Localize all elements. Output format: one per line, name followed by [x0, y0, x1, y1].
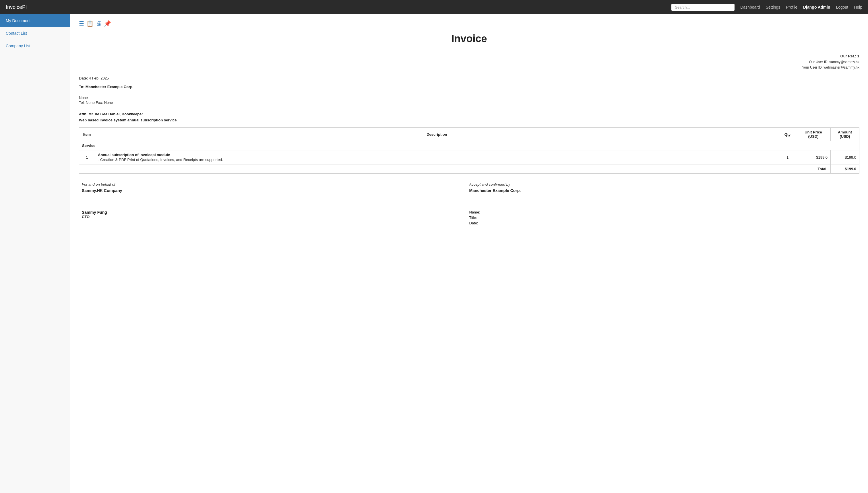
sig-behalf-right: Accept and confirmed by — [469, 182, 857, 187]
sidebar-item-company-list[interactable]: Company List — [0, 40, 70, 52]
stamp-icon[interactable]: 📌 — [104, 20, 111, 27]
sig-field-date: Date: — [469, 221, 857, 225]
item-desc-main: Annual subscription of Invoicepi module — [98, 153, 776, 157]
print-icon[interactable]: 🖨 — [96, 20, 102, 27]
file-icon[interactable]: 📋 — [86, 20, 93, 27]
table-section-row: Service — [79, 141, 860, 150]
col-amount: Amount(USD) — [831, 128, 860, 141]
invoice-address: None — [79, 95, 860, 100]
sig-field-title: Title: — [469, 215, 857, 220]
invoice-meta: Date: 4 Feb. 2025 To: Manchester Example… — [79, 76, 860, 122]
nav-help[interactable]: Help — [854, 5, 862, 9]
nav-django-admin[interactable]: Django Admin — [803, 5, 830, 9]
item-description: Annual subscription of Invoicepi module … — [95, 150, 779, 165]
list-icon[interactable]: ☰ — [79, 20, 84, 27]
sig-fields-block-right: Name: Title: Date: — [469, 210, 857, 227]
signer-title: CTO — [82, 215, 469, 219]
nav-settings[interactable]: Settings — [766, 5, 780, 9]
our-user-id: Our User ID: sammy@sammy.hk — [79, 59, 860, 65]
sig-name-block-left: Sammy Fung CTO — [82, 210, 469, 227]
item-qty: 1 — [779, 150, 796, 165]
sig-block-left: For and on behalf of Sammy.HK Company — [82, 182, 469, 193]
search-input[interactable] — [671, 4, 735, 11]
sig-behalf-left: For and on behalf of — [82, 182, 469, 187]
nav-links: Dashboard Settings Profile Django Admin … — [740, 5, 862, 9]
invoice-title: Invoice — [79, 33, 860, 45]
sidebar-item-my-document[interactable]: My Document — [0, 14, 70, 27]
total-label: Total: — [796, 165, 831, 174]
page-layout: My Document Contact List Company List ☰ … — [0, 14, 868, 493]
toolbar: ☰ 📋 🖨 📌 — [79, 20, 860, 27]
item-desc-sub: - Creation & PDF Print of Quotations, In… — [98, 157, 776, 162]
total-value: $199.0 — [831, 165, 860, 174]
main-content: ☰ 📋 🖨 📌 Invoice Our Ref.: 1 Our User ID:… — [70, 14, 868, 493]
your-user-id: Your User ID: webmaster@sammy.hk — [79, 65, 860, 70]
col-unit-price: Unit Price(USD) — [796, 128, 831, 141]
signer-name: Sammy Fung — [82, 210, 469, 215]
sig-name-section: Sammy Fung CTO Name: Title: Date: — [79, 210, 860, 227]
invoice-attn: Attn. Mr. de Gea Daniel, Bookkeeper. — [79, 112, 860, 116]
item-unit-price: $199.0 — [796, 150, 831, 165]
col-qty: Qty — [779, 128, 796, 141]
table-total-row: Total: $199.0 — [79, 165, 860, 174]
ref-number: Our Ref.: 1 — [79, 53, 860, 59]
navbar: InvoicePi Dashboard Settings Profile Dja… — [0, 0, 868, 14]
item-amount: $199.0 — [831, 150, 860, 165]
nav-logout[interactable]: Logout — [836, 5, 848, 9]
invoice-date: Date: 4 Feb. 2025 — [79, 76, 860, 80]
sidebar: My Document Contact List Company List — [0, 14, 70, 493]
nav-dashboard[interactable]: Dashboard — [740, 5, 760, 9]
ref-block: Our Ref.: 1 Our User ID: sammy@sammy.hk … — [79, 53, 860, 70]
table-row: 1 Annual subscription of Invoicepi modul… — [79, 150, 860, 165]
col-description: Description — [95, 128, 779, 141]
sig-company-left: Sammy.HK Company — [82, 188, 469, 193]
table-header-row: Item Description Qty Unit Price(USD) Amo… — [79, 128, 860, 141]
item-number: 1 — [79, 150, 95, 165]
invoice-to: To: Manchester Example Corp. — [79, 85, 860, 89]
invoice-tel-fax: Tel: None Fax: None — [79, 101, 860, 105]
sig-field-name: Name: — [469, 210, 857, 214]
signature-section: For and on behalf of Sammy.HK Company Ac… — [79, 182, 860, 193]
brand-logo: InvoicePi — [6, 4, 27, 10]
sig-company-right: Manchester Example Corp. — [469, 188, 857, 193]
col-item: Item — [79, 128, 95, 141]
sig-block-right: Accept and confirmed by Manchester Examp… — [469, 182, 857, 193]
invoice-table: Item Description Qty Unit Price(USD) Amo… — [79, 127, 860, 174]
invoice-subject: Web based invoice system annual subscrip… — [79, 118, 860, 122]
section-label: Service — [79, 141, 860, 150]
nav-profile[interactable]: Profile — [786, 5, 798, 9]
sidebar-item-contact-list[interactable]: Contact List — [0, 27, 70, 40]
